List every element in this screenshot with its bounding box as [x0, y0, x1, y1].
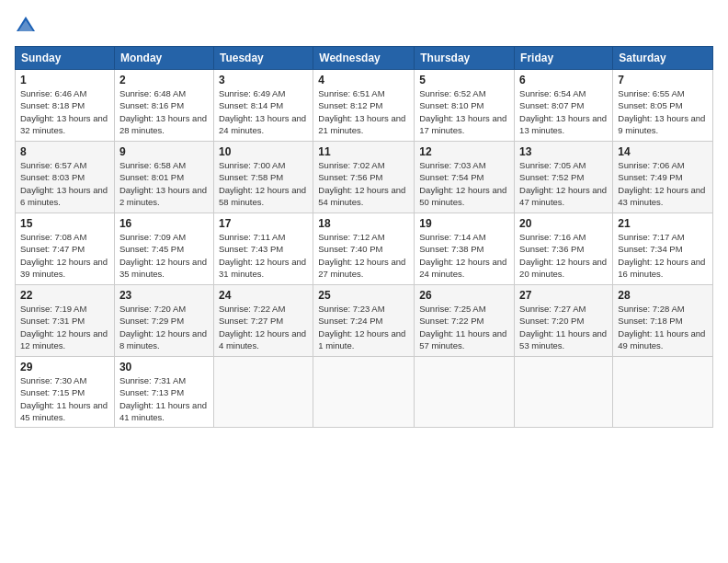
column-header-friday: Friday [515, 47, 613, 70]
day-number: 22 [20, 289, 109, 302]
day-cell: 14Sunrise: 7:06 AMSunset: 7:49 PMDayligh… [613, 142, 713, 213]
day-info: Sunrise: 6:55 AMSunset: 8:05 PMDaylight:… [618, 87, 708, 136]
day-info: Sunrise: 7:20 AMSunset: 7:29 PMDaylight:… [119, 303, 209, 351]
day-cell: 20Sunrise: 7:16 AMSunset: 7:36 PMDayligh… [515, 213, 613, 285]
day-info: Sunrise: 6:48 AMSunset: 8:16 PMDaylight:… [119, 87, 209, 136]
day-number: 5 [419, 74, 509, 86]
day-cell: 26Sunrise: 7:25 AMSunset: 7:22 PMDayligh… [415, 285, 515, 357]
day-number: 19 [419, 217, 509, 230]
day-info: Sunrise: 7:17 AMSunset: 7:34 PMDaylight:… [618, 231, 708, 280]
day-info: Sunrise: 6:58 AMSunset: 8:01 PMDaylight:… [119, 159, 209, 208]
day-info: Sunrise: 7:22 AMSunset: 7:27 PMDaylight:… [219, 303, 308, 351]
day-cell: 11Sunrise: 7:02 AMSunset: 7:56 PMDayligh… [313, 142, 415, 213]
week-row-3: 15Sunrise: 7:08 AMSunset: 7:47 PMDayligh… [16, 213, 713, 285]
day-cell: 3Sunrise: 6:49 AMSunset: 8:14 PMDaylight… [213, 70, 313, 142]
day-number: 14 [618, 145, 708, 158]
day-number: 2 [119, 74, 209, 86]
day-cell [415, 357, 515, 428]
day-info: Sunrise: 6:52 AMSunset: 8:10 PMDaylight:… [419, 87, 509, 136]
week-row-1: 1Sunrise: 6:46 AMSunset: 8:18 PMDaylight… [16, 70, 713, 142]
day-info: Sunrise: 7:06 AMSunset: 7:49 PMDaylight:… [618, 159, 708, 208]
day-number: 4 [318, 74, 409, 86]
day-info: Sunrise: 6:46 AMSunset: 8:18 PMDaylight:… [20, 87, 109, 136]
column-header-saturday: Saturday [613, 47, 713, 70]
day-info: Sunrise: 6:51 AMSunset: 8:12 PMDaylight:… [318, 87, 409, 136]
day-number: 26 [419, 289, 509, 302]
day-info: Sunrise: 7:00 AMSunset: 7:58 PMDaylight:… [219, 159, 308, 208]
day-number: 18 [318, 217, 409, 230]
day-cell: 2Sunrise: 6:48 AMSunset: 8:16 PMDaylight… [114, 70, 213, 142]
day-info: Sunrise: 7:11 AMSunset: 7:43 PMDaylight:… [219, 231, 308, 280]
day-cell: 19Sunrise: 7:14 AMSunset: 7:38 PMDayligh… [415, 213, 515, 285]
day-number: 10 [219, 145, 308, 158]
column-header-tuesday: Tuesday [213, 47, 313, 70]
logo-icon [15, 15, 37, 37]
day-cell: 24Sunrise: 7:22 AMSunset: 7:27 PMDayligh… [213, 285, 313, 357]
day-number: 30 [119, 361, 209, 373]
day-cell: 1Sunrise: 6:46 AMSunset: 8:18 PMDaylight… [16, 70, 115, 142]
day-info: Sunrise: 7:16 AMSunset: 7:36 PMDaylight:… [519, 231, 608, 280]
day-number: 23 [119, 289, 209, 302]
day-info: Sunrise: 7:31 AMSunset: 7:13 PMDaylight:… [119, 374, 209, 423]
day-number: 28 [618, 289, 708, 302]
day-cell: 21Sunrise: 7:17 AMSunset: 7:34 PMDayligh… [613, 213, 713, 285]
day-cell: 22Sunrise: 7:19 AMSunset: 7:31 PMDayligh… [16, 285, 115, 357]
week-row-5: 29Sunrise: 7:30 AMSunset: 7:15 PMDayligh… [16, 357, 713, 428]
day-number: 15 [20, 217, 109, 230]
day-cell: 7Sunrise: 6:55 AMSunset: 8:05 PMDaylight… [613, 70, 713, 142]
day-cell [313, 357, 415, 428]
column-header-thursday: Thursday [415, 47, 515, 70]
day-cell: 30Sunrise: 7:31 AMSunset: 7:13 PMDayligh… [114, 357, 213, 428]
day-cell [515, 357, 613, 428]
day-info: Sunrise: 6:54 AMSunset: 8:07 PMDaylight:… [519, 87, 608, 136]
day-info: Sunrise: 6:57 AMSunset: 8:03 PMDaylight:… [20, 159, 109, 208]
day-info: Sunrise: 7:28 AMSunset: 7:18 PMDaylight:… [618, 303, 708, 351]
day-info: Sunrise: 7:09 AMSunset: 7:45 PMDaylight:… [119, 231, 209, 280]
day-info: Sunrise: 7:19 AMSunset: 7:31 PMDaylight:… [20, 303, 109, 351]
day-cell [213, 357, 313, 428]
day-cell: 5Sunrise: 6:52 AMSunset: 8:10 PMDaylight… [415, 70, 515, 142]
day-info: Sunrise: 7:12 AMSunset: 7:40 PMDaylight:… [318, 231, 409, 280]
day-cell: 13Sunrise: 7:05 AMSunset: 7:52 PMDayligh… [515, 142, 613, 213]
day-cell: 18Sunrise: 7:12 AMSunset: 7:40 PMDayligh… [313, 213, 415, 285]
day-number: 7 [618, 74, 708, 86]
day-info: Sunrise: 7:08 AMSunset: 7:47 PMDaylight:… [20, 231, 109, 280]
day-info: Sunrise: 7:14 AMSunset: 7:38 PMDaylight:… [419, 231, 509, 280]
day-cell: 16Sunrise: 7:09 AMSunset: 7:45 PMDayligh… [114, 213, 213, 285]
week-row-4: 22Sunrise: 7:19 AMSunset: 7:31 PMDayligh… [16, 285, 713, 357]
day-cell [613, 357, 713, 428]
day-cell: 12Sunrise: 7:03 AMSunset: 7:54 PMDayligh… [415, 142, 515, 213]
column-header-monday: Monday [114, 47, 213, 70]
day-info: Sunrise: 7:30 AMSunset: 7:15 PMDaylight:… [20, 374, 109, 423]
day-info: Sunrise: 7:05 AMSunset: 7:52 PMDaylight:… [519, 159, 608, 208]
day-number: 1 [20, 74, 109, 86]
day-info: Sunrise: 6:49 AMSunset: 8:14 PMDaylight:… [219, 87, 308, 136]
day-number: 3 [219, 74, 308, 86]
day-cell: 27Sunrise: 7:27 AMSunset: 7:20 PMDayligh… [515, 285, 613, 357]
day-cell: 28Sunrise: 7:28 AMSunset: 7:18 PMDayligh… [613, 285, 713, 357]
day-cell: 23Sunrise: 7:20 AMSunset: 7:29 PMDayligh… [114, 285, 213, 357]
day-number: 20 [519, 217, 608, 230]
day-cell: 25Sunrise: 7:23 AMSunset: 7:24 PMDayligh… [313, 285, 415, 357]
day-number: 27 [519, 289, 608, 302]
day-number: 29 [20, 361, 109, 373]
day-number: 9 [119, 145, 209, 158]
logo [15, 15, 40, 37]
day-info: Sunrise: 7:23 AMSunset: 7:24 PMDaylight:… [318, 303, 409, 351]
day-number: 11 [318, 145, 409, 158]
day-number: 24 [219, 289, 308, 302]
day-number: 8 [20, 145, 109, 158]
day-cell: 8Sunrise: 6:57 AMSunset: 8:03 PMDaylight… [16, 142, 115, 213]
column-header-sunday: Sunday [16, 47, 115, 70]
day-cell: 17Sunrise: 7:11 AMSunset: 7:43 PMDayligh… [213, 213, 313, 285]
week-row-2: 8Sunrise: 6:57 AMSunset: 8:03 PMDaylight… [16, 142, 713, 213]
day-number: 16 [119, 217, 209, 230]
day-cell: 6Sunrise: 6:54 AMSunset: 8:07 PMDaylight… [515, 70, 613, 142]
column-header-wednesday: Wednesday [313, 47, 415, 70]
day-info: Sunrise: 7:02 AMSunset: 7:56 PMDaylight:… [318, 159, 409, 208]
day-number: 21 [618, 217, 708, 230]
day-cell: 15Sunrise: 7:08 AMSunset: 7:47 PMDayligh… [16, 213, 115, 285]
day-number: 25 [318, 289, 409, 302]
day-info: Sunrise: 7:25 AMSunset: 7:22 PMDaylight:… [419, 303, 509, 351]
day-number: 13 [519, 145, 608, 158]
